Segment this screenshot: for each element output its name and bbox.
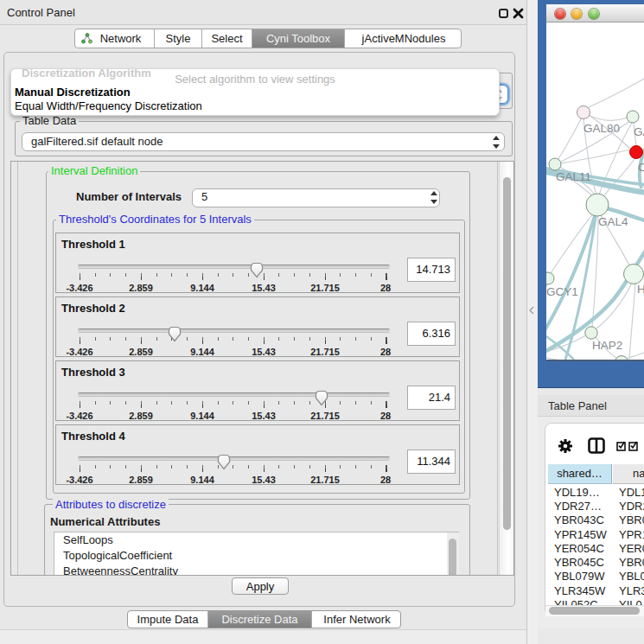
svg-text:HAP2: HAP2 [592,339,622,352]
svg-text:CD: CD [638,161,644,174]
svg-text:GA: GA [634,125,644,138]
svg-text:GAL80: GAL80 [583,122,620,135]
svg-text:GAL4: GAL4 [598,215,628,228]
svg-text:H: H [637,283,644,296]
svg-text:GAL11: GAL11 [556,170,591,183]
svg-text:GCY1: GCY1 [546,285,578,298]
